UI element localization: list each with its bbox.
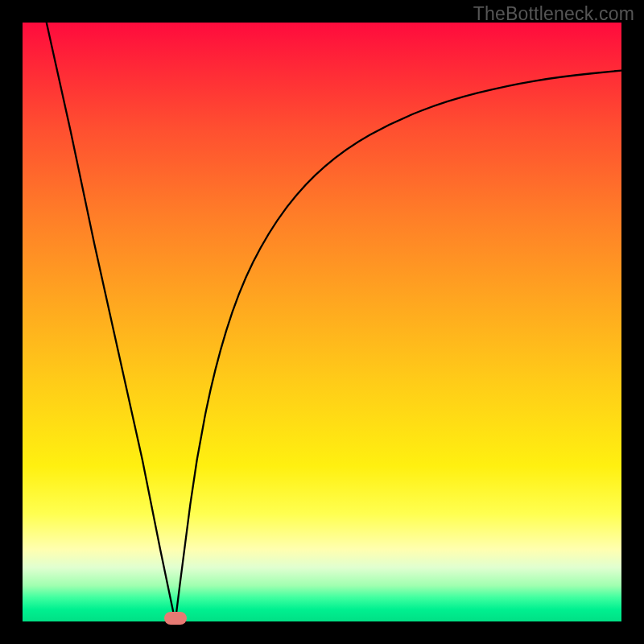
bottleneck-marker — [164, 612, 187, 625]
plot-area — [23, 23, 621, 621]
bottleneck-curve — [23, 23, 621, 621]
outer-frame: TheBottleneck.com — [0, 0, 644, 644]
watermark-text: TheBottleneck.com — [473, 3, 634, 25]
